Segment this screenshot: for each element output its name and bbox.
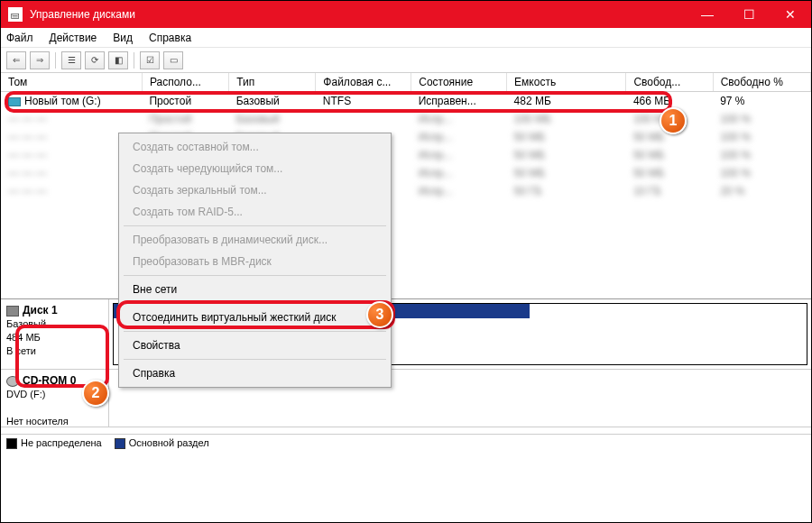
col-fs[interactable]: Файловая с... [316,73,411,92]
ctx-properties[interactable]: Свойства [122,335,388,356]
annotation-badge-3: 3 [366,301,393,328]
cell-capacity: 482 МБ [507,92,626,111]
app-icon: 🖴 [8,7,23,22]
menu-help[interactable]: Справка [149,32,191,44]
minimize-button[interactable]: ― [687,1,728,28]
toolbar-btn-4[interactable]: ☑ [140,51,160,69]
table-row[interactable]: — — —ПростойБазовыйИспр...100 МБ100 МБ10… [1,110,811,128]
col-layout[interactable]: Располо... [142,73,228,92]
cell-layout: Простой [142,92,228,111]
context-menu: Создать составной том... Создать чередую… [118,133,392,388]
cdrom-name: CD-ROM 0 [23,374,76,387]
cdrom-icon [6,376,19,387]
col-capacity[interactable]: Емкость [507,73,626,92]
ctx-detach-vhd[interactable]: Отсоединить виртуальный жесткий диск [122,307,388,328]
table-row[interactable]: Новый том (G:) Простой Базовый NTFS Испр… [1,92,811,111]
legend-primary: Основной раздел [129,437,209,448]
ctx-convert-dynamic[interactable]: Преобразовать в динамический диск... [122,229,388,251]
annotation-badge-2: 2 [82,380,109,407]
back-icon[interactable]: ⇐ [6,51,26,69]
menu-action[interactable]: Действие [50,32,97,44]
cdrom-state: Нет носителя [6,416,69,427]
ctx-create-spanned[interactable]: Создать составной том... [122,136,388,158]
toolbar-btn-5[interactable]: ▭ [163,51,183,69]
legend-swatch-unallocated [6,438,17,449]
titlebar: 🖴 Управление дисками ― ☐ ✕ [1,1,811,28]
disk-state: В сети [6,345,36,356]
cell-fs: NTFS [316,92,411,111]
cdrom-dev: DVD (F:) [6,389,45,399]
cell-status: Исправен... [411,92,507,111]
legend-unallocated: Не распределена [21,437,102,448]
ctx-create-mirrored[interactable]: Создать зеркальный том... [122,179,388,201]
col-volume[interactable]: Том [1,73,142,92]
window-title: Управление дисками [30,8,135,21]
cell-type: Базовый [229,92,316,111]
toolbar: ⇐ ⇒ ☰ ⟳ ◧ ☑ ▭ [1,48,811,73]
refresh-icon[interactable]: ⟳ [85,51,105,69]
disk-type: Базовый [6,318,46,329]
ctx-create-raid5[interactable]: Создать том RAID-5... [122,201,388,223]
disk-name: Диск 1 [23,304,58,317]
close-button[interactable]: ✕ [770,1,811,28]
disk-info[interactable]: Диск 1 Базовый 484 МБ В сети [1,299,109,369]
forward-icon[interactable]: ⇒ [30,51,50,69]
annotation-badge-1: 1 [660,107,687,134]
menubar: Файл Действие Вид Справка [1,28,811,48]
col-status[interactable]: Состояние [411,73,507,92]
maximize-button[interactable]: ☐ [728,1,770,28]
volume-icon [8,97,21,106]
toolbar-btn-1[interactable]: ☰ [61,51,81,69]
legend: Не распределена Основной раздел [1,434,811,452]
ctx-offline[interactable]: Вне сети [122,279,388,300]
ctx-help[interactable]: Справка [122,362,388,384]
disk-icon [6,306,19,317]
col-free[interactable]: Свобод... [626,73,713,92]
ctx-create-striped[interactable]: Создать чередующийся том... [122,158,388,179]
legend-swatch-primary [115,438,125,449]
ctx-convert-mbr[interactable]: Преобразовать в MBR-диск [122,251,388,272]
toolbar-btn-3[interactable]: ◧ [108,51,128,69]
col-type[interactable]: Тип [229,73,316,92]
cell-volume: Новый том (G:) [24,95,101,107]
table-header-row[interactable]: Том Располо... Тип Файловая с... Состоян… [1,73,811,92]
cell-free-pct: 97 % [713,92,810,111]
col-free-pct[interactable]: Свободно % [713,73,810,92]
menu-view[interactable]: Вид [113,32,133,44]
disk-size: 484 МБ [6,332,41,343]
menu-file[interactable]: Файл [6,32,33,44]
